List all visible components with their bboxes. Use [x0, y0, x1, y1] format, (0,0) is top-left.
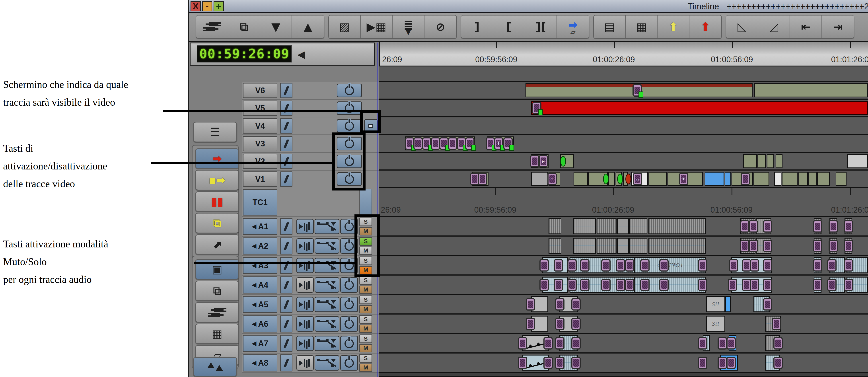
clip[interactable]	[757, 154, 766, 168]
effect-icon[interactable]	[554, 259, 563, 272]
record-track-column[interactable]	[280, 335, 292, 352]
effect-icon[interactable]: T	[494, 137, 503, 150]
track-content-filler[interactable]	[379, 373, 868, 377]
duplicate-button[interactable]: ⧉	[228, 15, 260, 38]
clip[interactable]	[774, 172, 781, 186]
record-track-column[interactable]	[280, 136, 292, 151]
clip[interactable]	[597, 238, 617, 254]
timecode-arrow-icon[interactable]: ◀	[297, 48, 305, 60]
effect-icon[interactable]: +	[679, 173, 688, 185]
effect-icon[interactable]	[763, 298, 772, 311]
clip[interactable]	[629, 238, 647, 254]
effect-icon[interactable]	[567, 259, 577, 272]
effect-icon[interactable]	[729, 259, 738, 272]
track-label-A8[interactable]: ◀A8	[243, 354, 277, 372]
track-content-A3[interactable]: CASINO1	[379, 256, 868, 276]
clip[interactable]	[648, 238, 706, 254]
waveform-button-A1[interactable]	[297, 219, 314, 234]
motion-effect-button[interactable]: ⬈	[195, 234, 239, 255]
effect-icon[interactable]	[518, 357, 527, 369]
trim-b-side-button[interactable]: ◿	[758, 15, 790, 38]
effect-icon[interactable]	[813, 279, 823, 291]
effect-icon[interactable]	[530, 155, 539, 167]
effect-icon[interactable]	[616, 259, 625, 272]
track-content-TC1[interactable]: 26:0900:59:56:0901:00:26:0901:00:56:0901…	[379, 188, 868, 217]
effect-icon[interactable]	[580, 279, 590, 291]
effect-icon[interactable]	[632, 84, 642, 97]
effect-icon[interactable]	[813, 259, 823, 272]
effect-icon[interactable]	[503, 137, 513, 150]
effect-icon[interactable]	[844, 240, 853, 252]
auto-gain-button-A4[interactable]	[315, 277, 339, 293]
effect-icon[interactable]	[659, 259, 669, 272]
clip[interactable]	[531, 172, 548, 186]
effect-icon[interactable]	[431, 137, 440, 150]
keyframe-line[interactable]	[524, 343, 546, 349]
record-track-column[interactable]	[280, 218, 292, 235]
clip[interactable]	[782, 172, 798, 186]
track-label-A5[interactable]: ◀A5	[243, 296, 277, 313]
track-content-A2[interactable]	[379, 237, 868, 256]
track-label-A7[interactable]: ◀A7	[243, 335, 277, 352]
track-label-V1[interactable]: V1	[243, 171, 277, 187]
effect-icon[interactable]	[827, 259, 837, 272]
record-track-column[interactable]	[280, 83, 292, 98]
track-label-A3[interactable]: ◀A3	[243, 257, 277, 274]
effect-icon[interactable]	[518, 337, 527, 349]
effect-icon[interactable]	[829, 240, 838, 252]
track-label-V6[interactable]: V6	[243, 83, 277, 98]
clip[interactable]: Sil	[706, 316, 725, 332]
effect-icon[interactable]	[813, 220, 823, 232]
effect-icon[interactable]	[773, 357, 783, 369]
track-label-A2[interactable]: ◀A2	[243, 238, 277, 254]
clip[interactable]	[648, 172, 667, 186]
clip[interactable]	[847, 154, 868, 168]
clip[interactable]	[617, 238, 629, 254]
auto-gain-button-A1[interactable]	[315, 219, 339, 234]
auto-gain-button-A6[interactable]	[315, 316, 339, 332]
effect-icon[interactable]	[728, 279, 737, 291]
record-track-column[interactable]	[280, 354, 292, 372]
effect-icon[interactable]	[741, 173, 750, 185]
record-reels-button[interactable]: ▮▮	[195, 191, 239, 212]
clip[interactable]	[753, 172, 769, 186]
waveform-button-A4[interactable]	[297, 277, 314, 293]
effect-icon[interactable]	[726, 337, 736, 349]
record-track-column[interactable]	[280, 154, 292, 169]
clip[interactable]	[629, 218, 647, 234]
mute-button-A4[interactable]: M	[359, 285, 372, 294]
mute-button-A7[interactable]: M	[359, 344, 372, 353]
effect-icon[interactable]	[544, 337, 553, 349]
clip[interactable]	[549, 218, 561, 234]
effect-icon[interactable]	[813, 240, 823, 252]
effect-icon[interactable]	[580, 259, 590, 272]
effect-icon[interactable]: ↔	[633, 173, 642, 185]
record-track-column[interactable]	[280, 100, 292, 116]
clip[interactable]	[705, 172, 724, 186]
mute-button-A5[interactable]: M	[359, 305, 372, 314]
track-enable-button-A7[interactable]	[340, 336, 358, 351]
fast-menu-button[interactable]: ☰	[193, 122, 237, 142]
mixer-sliders-button[interactable]	[195, 302, 239, 322]
effect-icon[interactable]	[555, 298, 564, 311]
splice-in-button[interactable]: ▶▦	[361, 15, 393, 38]
track-label-A6[interactable]: ◀A6	[243, 315, 277, 333]
effect-icon[interactable]: +	[548, 173, 557, 185]
effect-icon[interactable]	[772, 318, 781, 330]
clip[interactable]	[597, 218, 617, 234]
filmstrip-view-button[interactable]: ▦	[195, 324, 239, 344]
overwrite-button[interactable]: ≣▼	[393, 15, 425, 38]
red-marker-icon[interactable]	[625, 174, 631, 184]
track-enable-button-V5[interactable]	[337, 101, 362, 115]
effect-icon[interactable]	[718, 337, 727, 349]
track-content-V4[interactable]	[379, 117, 868, 135]
effect-icon[interactable]	[478, 173, 487, 185]
close-button[interactable]: X	[190, 1, 201, 11]
green-marker-icon[interactable]	[560, 156, 566, 166]
track-content-A4[interactable]	[379, 276, 868, 295]
effect-icon[interactable]	[740, 220, 749, 232]
clip[interactable]	[799, 172, 808, 186]
track-enable-button-V6[interactable]	[337, 84, 362, 97]
effect-icon[interactable]	[763, 279, 772, 291]
mark-in-button[interactable]: [	[493, 15, 525, 38]
